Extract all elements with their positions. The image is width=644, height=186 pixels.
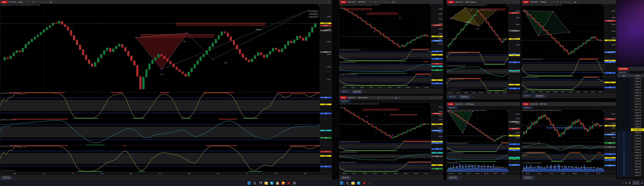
instrument-link-chip[interactable]: NQ 03-22▾ <box>618 71 628 74</box>
time-axis[interactable]: Dec 29Jan 6Jan 13Jan 21Jan 31Feb 8Feb 16 <box>447 172 520 175</box>
dom-price-cell[interactable]: 14341.25 <box>631 174 644 176</box>
instrument-selector[interactable]: NQ 03-22▾ <box>348 97 356 99</box>
data-grid-icon[interactable]: ▦ <box>395 97 397 99</box>
price-axis[interactable]: 65.830 <box>431 162 443 172</box>
dom-price-cell[interactable]: 14346.25 <box>631 117 644 120</box>
dom-buy-cell[interactable] <box>617 100 631 103</box>
dom-price-cell[interactable]: 14344.00 <box>631 143 644 145</box>
dom-buy-cell[interactable] <box>617 88 631 91</box>
price-axis[interactable]: 18.2K <box>604 162 616 172</box>
close-button[interactable]: × <box>326 1 331 4</box>
zoom-in-icon[interactable]: ⊕ <box>569 1 570 3</box>
minimize-button[interactable]: ─ <box>506 1 510 4</box>
price-axis[interactable]: 92.950 <box>604 142 616 152</box>
dom-price-cell[interactable]: 14345.50 <box>631 126 644 128</box>
taskbar-icon-start[interactable] <box>339 180 344 185</box>
plot-area[interactable]: spotRSIIndicator (NQ 03-22)© 2022 NinjaT… <box>522 77 604 90</box>
dom-buy-cell[interactable]: 18 <box>617 157 631 159</box>
chart-tab[interactable]: NQ 03-22 <box>448 176 458 179</box>
cursor-icon[interactable]: ↖ <box>29 1 31 3</box>
dom-buy-cell[interactable] <box>617 120 631 123</box>
interval-selector[interactable]: 1000 Tick▾ <box>358 1 366 3</box>
taskbar-clock[interactable]: 10:33 AM 2/17/2022 <box>632 181 639 185</box>
time-axis[interactable]: Feb 1615:0018:0021:00Feb 1703:0006:0009:… <box>447 91 520 95</box>
chart-tab[interactable]: NQ 03-22 <box>352 90 362 93</box>
taskbar-icon-edge[interactable] <box>356 180 361 185</box>
add-tab-button[interactable]: + <box>534 176 537 179</box>
chart-tab[interactable]: NQ 03-22 <box>340 176 351 179</box>
dom-buy-cell[interactable] <box>617 103 631 106</box>
plot-area[interactable]: spotRSIIndicator (NQ 03-22) <box>339 61 431 74</box>
plot-area[interactable]: spotStochasticsIndicator (NQ 03-22) <box>339 141 431 151</box>
plot-area[interactable]: VOL.MA (NQ 03-22) (100 Minute)© 2022 Nin… <box>522 162 604 172</box>
dom-buy-cell[interactable]: 13 <box>617 168 631 171</box>
price-axis[interactable]: 42.130 <box>508 152 520 162</box>
plot-area[interactable]: spotStochasticsIndicator (GC 04-22)© 202… <box>0 145 320 172</box>
collapse-panel-icon[interactable]: ◀ <box>602 5 604 6</box>
crosshair-icon[interactable]: ✚ <box>557 1 558 3</box>
dom-price-cell[interactable]: 14344.25 <box>631 140 644 142</box>
minimize-button[interactable]: ─ <box>428 96 433 99</box>
instrument-selector[interactable]: NQ 03-22▾ <box>530 103 539 105</box>
interval-selector[interactable]: Daily▾ <box>18 1 24 3</box>
crosshair-icon[interactable]: ✚ <box>378 97 379 99</box>
window-titlebar[interactable]: SuperDOM ─□× <box>617 67 644 71</box>
minimize-button[interactable]: ─ <box>602 103 606 106</box>
taskbar-icon-terminal[interactable] <box>368 180 372 185</box>
chart-tab[interactable]: NQ 03-22 <box>523 176 533 179</box>
dom-price-cell[interactable]: 14343.50 <box>631 148 644 151</box>
taskbar-icon-ninjatrader[interactable] <box>286 180 291 185</box>
interval-selector[interactable]: 5 Minute▾ <box>540 1 548 3</box>
trend-line-icon[interactable]: ∠ <box>41 1 43 3</box>
taskbar-icon-ninjatrader[interactable] <box>362 180 367 185</box>
collapse-panel-icon[interactable]: ◀ <box>430 5 430 6</box>
cursor-icon[interactable]: ↖ <box>372 1 374 3</box>
dom-buy-cell[interactable]: 14 <box>617 137 631 140</box>
dom-price-cell[interactable]: 14342.25 <box>631 162 644 165</box>
collapse-panel-icon[interactable]: ◀ <box>318 5 319 6</box>
properties-icon[interactable]: ≡ <box>398 97 400 99</box>
dom-buy-cell[interactable]: 12 <box>617 148 631 151</box>
close-button[interactable]: × <box>611 103 615 106</box>
hidden-icons-chevron[interactable]: ∧ <box>622 182 624 184</box>
indicators-icon[interactable]: ƒ <box>392 97 394 99</box>
dom-buy-cell[interactable]: 11 <box>617 160 631 162</box>
crosshair-icon[interactable]: ✚ <box>32 1 34 3</box>
close-button[interactable]: × <box>438 96 442 99</box>
dom-price-cell[interactable]: 14342.50 <box>631 160 644 162</box>
dom-buy-cell[interactable] <box>617 128 631 131</box>
price-axis[interactable]: 97.468020 <box>431 141 443 151</box>
taskbar-icon-edge[interactable] <box>269 180 274 185</box>
trend-line-icon[interactable]: ∠ <box>386 97 388 99</box>
chart-tab[interactable]: GC 04-22 <box>1 176 12 179</box>
dom-buy-cell[interactable]: 14 <box>617 162 631 165</box>
time-axis[interactable]: 09:0609:1909:3209:4509:5810:1110:24 <box>522 172 616 175</box>
plot-area[interactable]: spotMACDIndicator (NQ 03-22) <box>447 65 508 78</box>
menu-dropdown-icon[interactable]: ▾ <box>27 1 28 3</box>
minimize-button[interactable]: ─ <box>602 1 606 4</box>
menu-dropdown-icon[interactable]: ▾ <box>551 1 552 3</box>
dom-buy-cell[interactable]: 15 <box>617 174 631 176</box>
trend-line-icon[interactable]: ∠ <box>566 1 567 3</box>
dom-price-cell[interactable]: 14347.50 <box>631 103 644 106</box>
dom-price-cell[interactable]: 14346.50 <box>631 114 644 117</box>
plot-area[interactable]: spotRSIIndicator (NQ 03-22) <box>447 152 508 162</box>
close-button[interactable]: × <box>438 1 442 4</box>
price-axis[interactable]: 1950.01900.01850.01800.01750.01700.01898… <box>320 4 332 92</box>
volume-icon[interactable] <box>629 182 631 184</box>
dom-price-cell[interactable]: 14348.75 <box>631 88 644 91</box>
properties-icon[interactable]: ≡ <box>53 1 54 3</box>
dom-buy-cell[interactable] <box>617 77 631 80</box>
data-grid-icon[interactable]: ▦ <box>50 1 52 3</box>
interval-selector[interactable]: 240 Minute▾ <box>465 103 475 105</box>
dom-price-cell[interactable]: 14349.25 <box>631 83 644 86</box>
price-axis[interactable]: 57.1750 <box>508 65 520 78</box>
window-titlebar[interactable]: Chart NQ 03-22▾ 5 Minute▾ ▾↖✚✎T∠⊕ƒ▦≡ ─□× <box>522 0 616 4</box>
price-axis[interactable]: 14400143801436014340143201430014372.0014… <box>604 109 616 142</box>
collapse-panel-icon[interactable]: ◀ <box>602 110 604 111</box>
cursor-icon[interactable]: ↖ <box>374 97 376 99</box>
price-axis[interactable]: 8034.920 <box>508 142 520 152</box>
dom-price-cell[interactable]: 14347.00 <box>631 109 644 111</box>
dom-buy-cell[interactable] <box>617 94 631 97</box>
maximize-button[interactable]: □ <box>606 103 610 106</box>
